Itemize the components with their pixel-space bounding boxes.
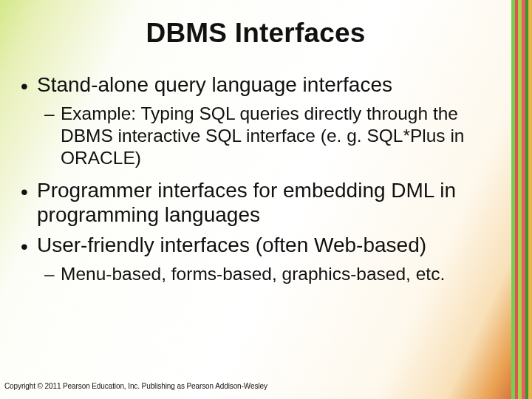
bullet-text: Programmer interfaces for embedding DML … xyxy=(37,178,505,227)
bullet-dot-icon: • xyxy=(21,178,37,227)
bullet-text: Menu-based, forms-based, graphics-based,… xyxy=(61,263,505,285)
bullet-level2: – Menu-based, forms-based, graphics-base… xyxy=(44,263,505,285)
bullet-dot-icon: • xyxy=(21,72,37,98)
slide-body: DBMS Interfaces • Stand-alone query lang… xyxy=(0,0,511,399)
bullet-level2: – Example: Typing SQL queries directly t… xyxy=(44,103,505,169)
bullet-text: Stand-alone query language interfaces xyxy=(37,72,505,98)
bullet-dash-icon: – xyxy=(44,263,61,285)
copyright-text: Copyright © 2011 Pearson Education, Inc.… xyxy=(4,382,267,390)
bullet-dot-icon: • xyxy=(21,233,37,259)
slide-content: • Stand-alone query language interfaces … xyxy=(0,56,511,285)
bullet-level1: • Stand-alone query language interfaces xyxy=(21,72,505,98)
bullet-text: Example: Typing SQL queries directly thr… xyxy=(61,103,505,169)
bullet-text: User-friendly interfaces (often Web-base… xyxy=(37,233,505,259)
decorative-stripes xyxy=(511,0,532,399)
bullet-level1: • Programmer interfaces for embedding DM… xyxy=(21,178,505,227)
slide-title: DBMS Interfaces xyxy=(0,0,511,56)
bullet-dash-icon: – xyxy=(44,103,61,169)
bullet-level1: • User-friendly interfaces (often Web-ba… xyxy=(21,233,505,259)
